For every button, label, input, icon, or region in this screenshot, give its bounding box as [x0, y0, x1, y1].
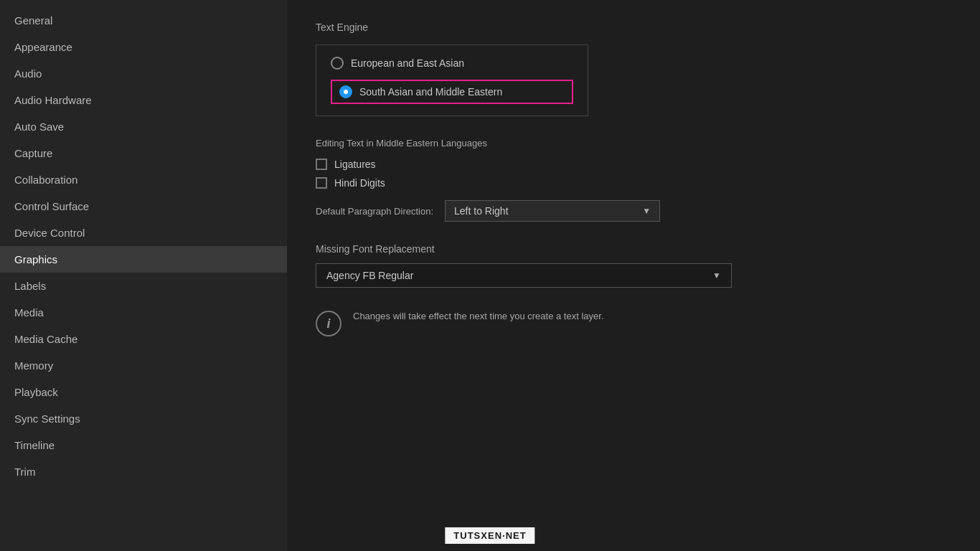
missing-font-section: Missing Font Replacement Agency FB Regul… [316, 243, 951, 288]
middle-eastern-title: Editing Text in Middle Eastern Languages [316, 138, 951, 149]
paragraph-direction-value: Left to Right [454, 205, 509, 217]
sidebar-item-appearance[interactable]: Appearance [0, 34, 287, 60]
sidebar-item-collaboration[interactable]: Collaboration [0, 166, 287, 193]
info-row: i Changes will take effect the next time… [316, 309, 951, 336]
sidebar-item-memory[interactable]: Memory [0, 352, 287, 379]
sidebar-item-audio[interactable]: Audio [0, 60, 287, 87]
paragraph-direction-label: Default Paragraph Direction: [316, 206, 433, 217]
text-engine-box: European and East Asian South Asian and … [316, 44, 588, 116]
info-text: Changes will take effect the next time y… [353, 309, 604, 324]
sidebar: GeneralAppearanceAudioAudio HardwareAuto… [0, 0, 287, 551]
sidebar-item-sync-settings[interactable]: Sync Settings [0, 405, 287, 432]
missing-font-value: Agency FB Regular [326, 270, 413, 281]
sidebar-item-audio-hardware[interactable]: Audio Hardware [0, 87, 287, 113]
paragraph-direction-chevron-icon: ▼ [642, 206, 651, 216]
radio-label-european: European and East Asian [351, 57, 464, 69]
sidebar-item-playback[interactable]: Playback [0, 379, 287, 405]
checkbox-ligatures-label: Ligatures [334, 159, 376, 170]
radio-label-south-asian: South Asian and Middle Eastern [359, 86, 502, 98]
sidebar-item-general[interactable]: General [0, 7, 287, 34]
middle-eastern-section: Editing Text in Middle Eastern Languages… [316, 138, 951, 222]
sidebar-item-graphics[interactable]: Graphics [0, 246, 287, 273]
radio-circle-european [331, 57, 344, 70]
paragraph-direction-row: Default Paragraph Direction: Left to Rig… [316, 200, 951, 222]
sidebar-item-media-cache[interactable]: Media Cache [0, 326, 287, 352]
radio-option-south-asian-wrapper[interactable]: South Asian and Middle Eastern [331, 80, 573, 104]
sidebar-item-media[interactable]: Media [0, 299, 287, 326]
main-content: Text Engine European and East Asian Sout… [287, 0, 980, 551]
sidebar-item-capture[interactable]: Capture [0, 140, 287, 166]
sidebar-item-device-control[interactable]: Device Control [0, 220, 287, 246]
checkbox-hindi-digits[interactable]: Hindi Digits [316, 177, 951, 189]
missing-font-chevron-icon: ▼ [712, 270, 721, 281]
sidebar-item-auto-save[interactable]: Auto Save [0, 113, 287, 140]
watermark: TUTSXEN·NET [445, 527, 534, 544]
sidebar-item-labels[interactable]: Labels [0, 273, 287, 299]
sidebar-item-control-surface[interactable]: Control Surface [0, 193, 287, 220]
sidebar-item-trim[interactable]: Trim [0, 458, 287, 485]
info-icon: i [316, 311, 341, 336]
checkbox-hindi-digits-label: Hindi Digits [334, 177, 385, 189]
checkbox-ligatures-box [316, 159, 327, 170]
missing-font-title: Missing Font Replacement [316, 243, 951, 255]
text-engine-section-title: Text Engine [316, 22, 951, 33]
radio-option-european[interactable]: European and East Asian [331, 57, 573, 70]
paragraph-direction-dropdown[interactable]: Left to Right ▼ [445, 200, 660, 222]
checkbox-ligatures[interactable]: Ligatures [316, 159, 951, 170]
sidebar-item-timeline[interactable]: Timeline [0, 432, 287, 458]
missing-font-dropdown[interactable]: Agency FB Regular ▼ [316, 263, 732, 288]
radio-circle-south-asian [339, 85, 352, 98]
checkbox-hindi-digits-box [316, 177, 327, 189]
